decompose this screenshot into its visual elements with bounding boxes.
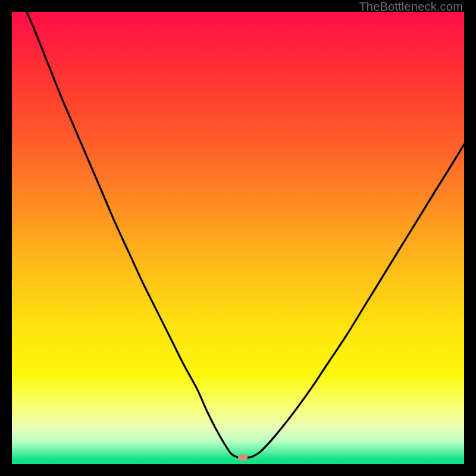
minimum-marker [238,454,248,461]
bottleneck-curve [12,12,464,464]
chart-stage: TheBottleneck.com [0,0,476,476]
plot-area [12,12,464,464]
